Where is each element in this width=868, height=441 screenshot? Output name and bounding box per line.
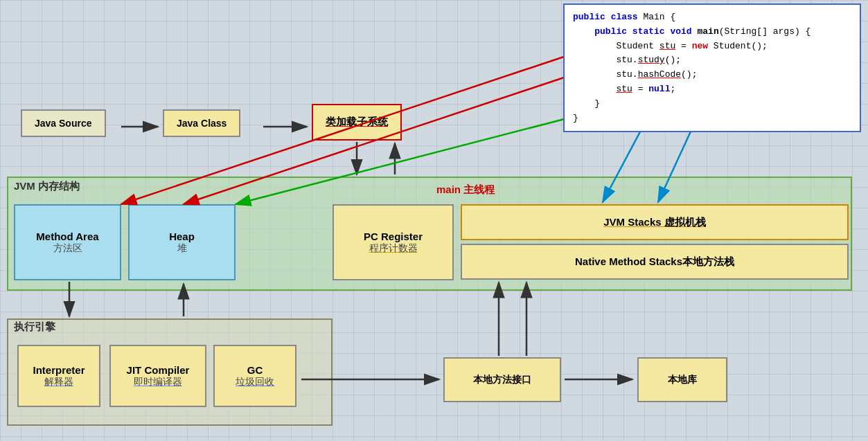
interpreter-box: Interpreter 解释器 [17, 345, 100, 407]
jit-subtitle: 即时编译器 [134, 376, 182, 388]
gc-title: GC [247, 364, 263, 376]
heap-box: Heap 堆 [128, 204, 236, 280]
heap-subtitle: 堆 [177, 242, 187, 255]
code-line-4: stu.study(); [573, 53, 851, 68]
native-lib-box: 本地库 [637, 357, 727, 402]
heap-title: Heap [169, 231, 195, 242]
method-area-subtitle: 方法区 [53, 242, 82, 255]
java-source-label: Java Source [35, 118, 92, 129]
java-class-label: Java Class [177, 118, 227, 129]
method-area-box: Method Area 方法区 [14, 204, 121, 280]
diagram-container: public class Main { public static void m… [0, 0, 868, 441]
exec-engine-label: 执行引擎 [14, 321, 55, 334]
gc-box: GC 垃圾回收 [213, 345, 296, 407]
code-line-2: public static void main(String[] args) { [573, 25, 851, 39]
method-area-title: Method Area [36, 231, 98, 242]
native-stacks-title: Native Method Stacks本地方法栈 [575, 255, 734, 269]
code-box: public class Main { public static void m… [563, 3, 861, 132]
class-loader-label: 类加载子系统 [326, 116, 388, 127]
java-class-box: Java Class [163, 109, 240, 137]
code-line-5: stu.hashCode(); [573, 68, 851, 82]
gc-subtitle: 垃圾回收 [236, 376, 274, 388]
pc-register-box: PC Register 程序计数器 [333, 204, 454, 280]
interpreter-subtitle: 解释器 [44, 376, 73, 388]
pc-register-title: PC Register [364, 231, 423, 242]
jvm-stacks-title: JVM Stacks 虚拟机栈 [603, 216, 706, 229]
main-thread-label: main 主线程 [436, 183, 495, 197]
native-lib-label: 本地库 [668, 374, 697, 386]
class-loader-box: 类加载子系统 [312, 104, 402, 141]
code-line-1: public class Main { [573, 10, 851, 25]
interpreter-title: Interpreter [33, 364, 85, 376]
native-stacks-box: Native Method Stacks本地方法栈 [461, 244, 849, 280]
code-line-7: } [573, 97, 851, 111]
native-interface-label: 本地方法接口 [473, 374, 531, 386]
jit-title: JIT Compiler [127, 364, 190, 376]
pc-register-subtitle: 程序计数器 [369, 242, 418, 255]
jvm-memory-label: JVM 内存结构 [14, 180, 80, 193]
jvm-stacks-box: JVM Stacks 虚拟机栈 [461, 204, 849, 240]
java-source-box: Java Source [21, 109, 106, 137]
code-line-6: stu = null; [573, 82, 851, 97]
code-line-3: Student stu = new Student(); [573, 39, 851, 54]
jit-box: JIT Compiler 即时编译器 [109, 345, 206, 407]
native-interface-box: 本地方法接口 [443, 357, 561, 402]
code-line-8: } [573, 111, 851, 126]
